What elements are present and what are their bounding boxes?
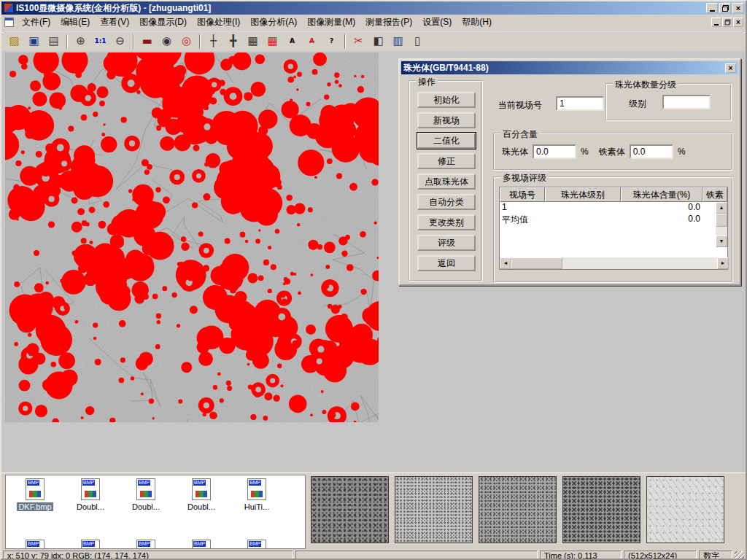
ferrite-percent-input[interactable]: [630, 144, 673, 159]
op-button-9[interactable]: 返回: [417, 255, 476, 271]
menu-item-7[interactable]: 图像测量(M): [302, 14, 360, 31]
table-cell: 0.0: [621, 214, 703, 225]
menu-item-4[interactable]: 图像显示(D): [134, 14, 192, 31]
file-item[interactable]: HuiTi...: [229, 478, 285, 511]
annotate-a-button[interactable]: A: [283, 33, 301, 50]
menu-item-5[interactable]: 图像处理(I): [192, 14, 245, 31]
multifield-table-body[interactable]: 10.0平均值0.0: [500, 202, 716, 247]
table-column-header[interactable]: 视场号: [500, 187, 545, 202]
file-item[interactable]: [174, 540, 229, 549]
level-input[interactable]: [662, 95, 711, 109]
mdi-minimize-button[interactable]: [711, 18, 721, 27]
table-row[interactable]: 10.0: [500, 202, 716, 214]
table-column-header[interactable]: 珠光体含量(%): [621, 187, 703, 202]
file-item[interactable]: Doubl...: [174, 478, 229, 511]
help-button[interactable]: ?: [322, 33, 341, 50]
restore-icon: [722, 5, 729, 12]
table-row[interactable]: 平均值0.0: [500, 214, 716, 225]
mdi-child-icon[interactable]: [4, 18, 14, 27]
minimize-button[interactable]: [706, 3, 718, 13]
thumbnail-3[interactable]: [479, 476, 557, 543]
specimen-image[interactable]: [5, 52, 379, 422]
dialog-close-button[interactable]: ×: [725, 63, 736, 73]
scissors-button[interactable]: ✂: [349, 33, 368, 50]
close-button[interactable]: ×: [732, 3, 744, 13]
thumbnail-5[interactable]: [646, 476, 724, 543]
measure-line-button[interactable]: ╋: [224, 33, 242, 50]
resize-grip[interactable]: [735, 551, 744, 560]
table-cell: 0.0: [621, 202, 703, 214]
op-button-7[interactable]: 更改类别: [417, 214, 476, 230]
file-item[interactable]: [229, 540, 285, 549]
menu-item-2[interactable]: 编辑(E): [55, 14, 95, 31]
menu-item-6[interactable]: 图像分析(A): [245, 14, 302, 31]
zoom-out-button[interactable]: ⊖: [111, 33, 129, 50]
op-button-5[interactable]: 点取珠光体: [417, 174, 476, 190]
current-field-input[interactable]: [556, 96, 604, 111]
op-button-4[interactable]: 修正: [417, 153, 476, 169]
print-button[interactable]: ▤: [44, 33, 63, 50]
zoom-in-icon: ⊕: [76, 36, 85, 47]
measure-point-button[interactable]: ┼: [204, 33, 222, 50]
scroll-right-arrow[interactable]: ►: [717, 257, 729, 269]
video-capture-icon: ▬: [142, 36, 152, 47]
thumbnail-4[interactable]: [562, 476, 640, 543]
window-controls: ×: [706, 3, 744, 13]
video-capture-button[interactable]: ▬: [138, 33, 156, 50]
camera-button[interactable]: ◉: [158, 33, 176, 50]
pearlite-percent-input[interactable]: [533, 144, 576, 159]
restore-button[interactable]: [719, 3, 731, 13]
mdi-minimize-icon: [714, 24, 719, 26]
file-item[interactable]: Doubl...: [63, 478, 118, 511]
table-column-header[interactable]: 珠光体级别: [545, 187, 621, 202]
probe-button[interactable]: ▥: [389, 33, 407, 50]
ruler-button[interactable]: ▯: [409, 33, 427, 50]
file-item[interactable]: [118, 540, 174, 549]
scroll-down-arrow[interactable]: ▼: [716, 236, 727, 247]
table-horizontal-scrollbar[interactable]: ◄ ►: [500, 257, 729, 269]
grid-button[interactable]: ▦: [244, 33, 262, 50]
menu-item-8[interactable]: 测量报告(P): [360, 14, 417, 31]
mdi-close-button[interactable]: ×: [733, 18, 743, 27]
menu-item-9[interactable]: 设置(S): [417, 14, 457, 31]
actual-size-button[interactable]: 1:1: [91, 33, 109, 50]
print-icon: ▤: [48, 36, 58, 47]
dialog-title-bar[interactable]: 珠光体(GB/T9441-88) ×: [401, 61, 738, 74]
menu-item-10[interactable]: 帮助(H): [457, 14, 497, 31]
file-item[interactable]: [7, 540, 63, 549]
annotate-a-strike-button[interactable]: A: [303, 33, 321, 50]
mdi-restore-button[interactable]: [722, 18, 732, 27]
target-button[interactable]: ◎: [177, 33, 196, 50]
thumbnail-1[interactable]: [311, 476, 389, 543]
level-label: 级别: [629, 98, 646, 110]
op-button-1[interactable]: 初始化: [417, 92, 476, 108]
op-button-8[interactable]: 评级: [417, 235, 476, 251]
horizontal-scroll-thumb[interactable]: [511, 257, 562, 269]
grading-group: 珠光体数量分级 级别: [605, 83, 732, 121]
file-item[interactable]: [63, 540, 118, 549]
file-item[interactable]: DKF.bmp: [7, 478, 63, 511]
count-grid-button[interactable]: ▦: [263, 33, 282, 50]
table-cell: 平均值: [500, 214, 545, 225]
dialog-body: 操作 初始化新视场二值化修正点取珠光体自动分类更改类别评级返回 当前视场号 珠光…: [400, 74, 740, 284]
op-button-6[interactable]: 自动分类: [417, 194, 476, 210]
table-column-header[interactable]: 铁素: [703, 187, 727, 202]
scroll-left-arrow[interactable]: ◄: [500, 257, 511, 269]
op-button-3[interactable]: 二值化: [417, 133, 476, 149]
menu-item-3[interactable]: 查看(V): [95, 14, 134, 31]
scroll-up-arrow[interactable]: ▲: [716, 202, 727, 214]
open-button[interactable]: ▨: [5, 33, 23, 50]
multifield-table: 视场号珠光体级别珠光体含量(%)铁素 10.0平均值0.0 ▲ ▼ ◄ ►: [499, 187, 728, 270]
save-button[interactable]: ▣: [25, 33, 43, 50]
horizontal-scroll-track[interactable]: [562, 257, 717, 269]
ruler-icon: ▯: [414, 36, 420, 47]
table-vertical-scrollbar[interactable]: ▲ ▼: [716, 202, 727, 247]
menu-item-1[interactable]: 文件(F): [17, 14, 55, 31]
stage-button[interactable]: ◧: [369, 33, 387, 50]
op-button-2[interactable]: 新视场: [417, 112, 476, 128]
zoom-in-button[interactable]: ⊕: [71, 33, 90, 50]
file-name: Doubl...: [186, 502, 217, 511]
thumbnail-2[interactable]: [395, 476, 473, 543]
file-item[interactable]: Doubl...: [118, 478, 174, 511]
vertical-scroll-thumb[interactable]: [716, 214, 727, 227]
